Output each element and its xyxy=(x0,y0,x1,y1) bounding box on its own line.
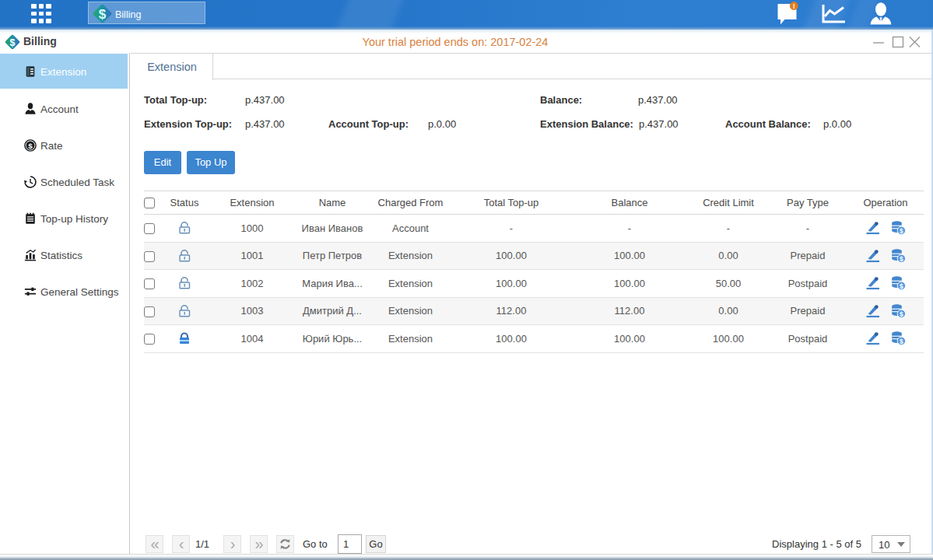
svg-text:$: $ xyxy=(28,141,33,149)
svg-text:$: $ xyxy=(900,282,903,290)
svg-text:$: $ xyxy=(99,7,107,22)
svg-text:$: $ xyxy=(900,310,903,317)
svg-text:$: $ xyxy=(900,254,903,262)
svg-text:!: ! xyxy=(793,2,795,10)
svg-text:$: $ xyxy=(900,338,903,345)
svg-text:$: $ xyxy=(900,227,903,235)
